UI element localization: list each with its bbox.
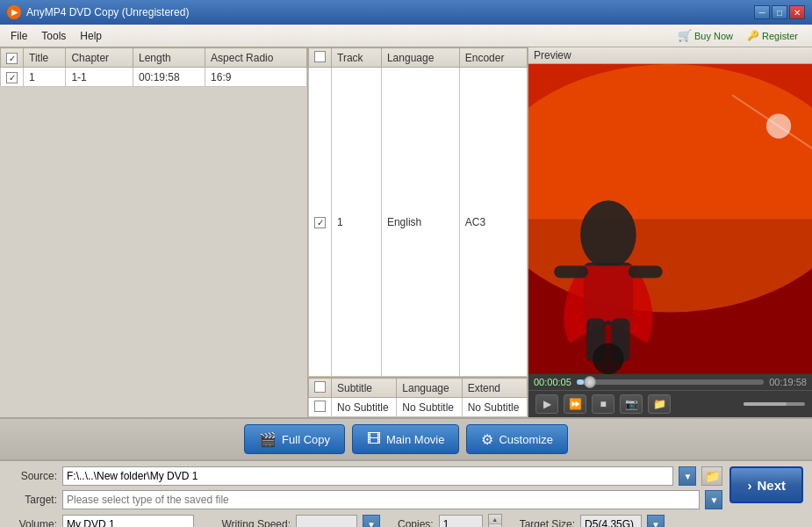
bottom-right-area: Source: ▼ 📁 Target: ▼ Volume: Writing Sp… [9, 466, 803, 527]
main-movie-icon: 🎞 [367, 431, 381, 447]
source-dropdown-button[interactable]: ▼ [679, 466, 696, 486]
volume-slider[interactable] [744, 402, 805, 406]
register-label: Register [762, 31, 798, 41]
seekbar-fill [577, 379, 585, 385]
copies-spinner: ▲ ▼ [488, 514, 502, 527]
target-size-input[interactable] [580, 515, 642, 527]
target-size-label: Target Size: [520, 518, 575, 527]
sub-col-language: Language [397, 379, 462, 398]
track-col-check [309, 48, 332, 68]
cell-aspect: 16:9 [205, 68, 307, 87]
target-input[interactable] [62, 490, 700, 509]
source-label: Source: [9, 470, 57, 482]
row-checkbox[interactable] [6, 72, 18, 83]
seekbar-area: 00:00:05 00:19:58 [528, 374, 812, 390]
customize-icon: ⚙ [481, 431, 493, 448]
track-table-pane: Track Language Encoder 1 English AC3 [307, 47, 528, 417]
copies-input[interactable] [439, 515, 483, 527]
key-icon: 🔑 [747, 30, 759, 41]
volume-fill [744, 402, 787, 406]
table-row[interactable]: 1 1-1 00:19:58 16:9 [1, 68, 307, 87]
source-folder-button[interactable]: 📁 [701, 466, 722, 486]
options-row: Volume: Writing Speed: ▼ Copies: ▲ ▼ Tar… [9, 514, 722, 527]
right-panel: Preview [528, 47, 812, 417]
track-row-checkbox[interactable] [314, 217, 326, 228]
svg-rect-6 [629, 265, 663, 278]
form-fields: Source: ▼ 📁 Target: ▼ Volume: Writing Sp… [9, 466, 722, 527]
video-preview [528, 64, 812, 374]
track-cell-language: English [381, 68, 459, 377]
sub-col-extend: Extend [462, 379, 527, 398]
main-movie-button[interactable]: 🎞 Main Movie [352, 424, 459, 454]
bottom-panel: Source: ▼ 📁 Target: ▼ Volume: Writing Sp… [0, 461, 812, 527]
cell-chapter: 1-1 [66, 68, 133, 87]
screenshot-button[interactable]: 📷 [620, 394, 643, 414]
col-header-title: Title [24, 48, 66, 68]
writing-speed-input[interactable] [296, 515, 357, 527]
target-dropdown-button[interactable]: ▼ [705, 490, 722, 509]
buy-now-button[interactable]: 🛒 Buy Now [674, 28, 737, 43]
source-row: Source: ▼ 📁 [9, 466, 722, 486]
writing-speed-dropdown[interactable]: ▼ [363, 515, 380, 527]
time-end: 00:19:58 [769, 377, 807, 387]
titlebar: ▶ AnyMP4 DVD Copy (Unregistered) ─ □ ✕ [0, 0, 812, 25]
track-col-track: Track [332, 48, 382, 68]
track-col-language: Language [381, 48, 459, 68]
fast-forward-button[interactable]: ⏩ [564, 394, 586, 414]
track-row[interactable]: 1 English AC3 [309, 68, 528, 377]
menubar: File Tools Help 🛒 Buy Now 🔑 Register [0, 25, 812, 47]
select-all-checkbox[interactable] [6, 53, 18, 64]
next-button[interactable]: › Next [729, 466, 803, 503]
copies-up-button[interactable]: ▲ [489, 515, 501, 524]
svg-point-9 [593, 343, 623, 374]
target-size-dropdown[interactable]: ▼ [647, 515, 665, 527]
video-frame [528, 64, 812, 374]
menu-help[interactable]: Help [73, 28, 109, 44]
track-select-all[interactable] [314, 51, 326, 62]
sub-col-check [309, 379, 332, 398]
sub-row-checkbox[interactable] [314, 401, 326, 412]
next-icon: › [747, 478, 751, 493]
register-button[interactable]: 🔑 Register [744, 29, 801, 42]
menu-tools[interactable]: Tools [34, 28, 73, 44]
menu-items: File Tools Help [4, 28, 109, 44]
main-movie-label: Main Movie [386, 433, 444, 446]
buy-now-label: Buy Now [694, 31, 733, 41]
col-header-chapter: Chapter [66, 48, 133, 68]
customize-button[interactable]: ⚙ Customize [466, 424, 567, 454]
app-title: AnyMP4 DVD Copy (Unregistered) [26, 6, 752, 18]
cell-title: 1 [24, 68, 66, 87]
close-button[interactable]: ✕ [789, 5, 805, 19]
table-area: Title Chapter Length Aspect Radio 1 1-1 … [0, 47, 528, 417]
stop-button[interactable]: ■ [592, 394, 614, 414]
minimize-button[interactable]: ─ [754, 5, 770, 19]
track-table: Track Language Encoder 1 English AC3 [308, 47, 528, 377]
source-input[interactable] [62, 466, 673, 486]
col-header-aspect: Aspect Radio [205, 48, 307, 68]
time-start: 00:00:05 [534, 377, 571, 387]
sub-cell-extend: No Subtitle [462, 398, 527, 417]
seekbar-thumb[interactable] [584, 376, 596, 388]
subtitle-row[interactable]: No Subtitle No Subtitle No Subtitle [309, 398, 528, 417]
seekbar[interactable] [577, 379, 764, 385]
col-header-length: Length [133, 48, 205, 68]
menu-file[interactable]: File [4, 28, 34, 44]
maximize-button[interactable]: □ [772, 5, 787, 19]
full-copy-button[interactable]: 🎬 Full Copy [244, 424, 345, 454]
full-copy-label: Full Copy [282, 433, 330, 446]
video-svg [528, 64, 812, 374]
topbar-actions: 🛒 Buy Now 🔑 Register [674, 28, 808, 43]
col-header-check [1, 48, 24, 68]
sub-col-subtitle: Subtitle [332, 379, 397, 398]
cell-length: 00:19:58 [133, 68, 205, 87]
play-button[interactable]: ▶ [535, 394, 558, 414]
sub-select-all[interactable] [314, 381, 326, 393]
volume-input[interactable] [62, 515, 194, 527]
copies-label: Copies: [398, 518, 434, 527]
action-buttons-row: 🎬 Full Copy 🎞 Main Movie ⚙ Customize [0, 417, 812, 461]
customize-label: Customize [499, 433, 552, 446]
folder-button[interactable]: 📁 [648, 394, 671, 414]
main-table: Title Chapter Length Aspect Radio 1 1-1 … [0, 47, 307, 87]
main-area: Title Chapter Length Aspect Radio 1 1-1 … [0, 47, 812, 417]
next-label: Next [757, 478, 786, 493]
